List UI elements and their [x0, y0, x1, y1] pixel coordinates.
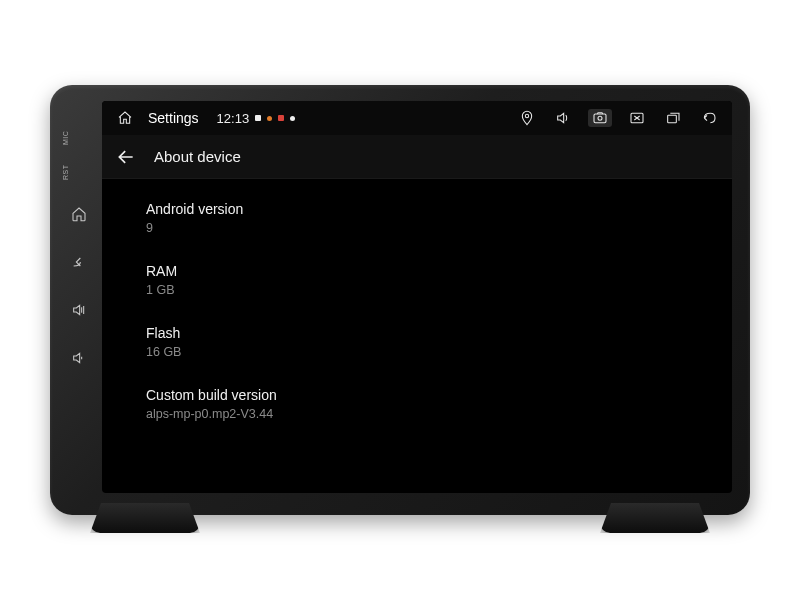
row-label: RAM — [146, 263, 712, 279]
hw-home-button[interactable] — [70, 205, 88, 223]
hw-back-button[interactable] — [70, 253, 88, 271]
back-button[interactable] — [116, 147, 136, 167]
page-header: About device — [102, 135, 732, 179]
clock: 12:13 — [217, 111, 250, 126]
about-row-build-version[interactable]: Custom build version alps-mp-p0.mp2-V3.4… — [146, 373, 732, 435]
recent-apps-icon[interactable] — [662, 109, 684, 127]
page-title: About device — [154, 148, 241, 165]
row-value: 1 GB — [146, 283, 712, 297]
screenshot-icon[interactable] — [588, 109, 612, 127]
row-label: Custom build version — [146, 387, 712, 403]
row-value: alps-mp-p0.mp2-V3.44 — [146, 407, 712, 421]
bezel-rst-label: RST — [62, 165, 69, 181]
statusbar-app-title: Settings — [148, 110, 199, 126]
device-mount-legs — [90, 503, 710, 533]
close-icon[interactable] — [626, 109, 648, 127]
hw-volume-up-button[interactable] — [70, 301, 88, 319]
hardware-side-buttons — [70, 205, 88, 367]
nav-back-icon[interactable] — [698, 109, 720, 127]
about-row-android-version[interactable]: Android version 9 — [146, 187, 732, 249]
indicator-icon — [255, 115, 261, 121]
row-value: 9 — [146, 221, 712, 235]
indicator-icon — [267, 116, 272, 121]
bezel-mic-label: MIC — [62, 131, 69, 145]
about-list: Android version 9 RAM 1 GB Flash 16 GB C… — [102, 179, 732, 493]
screen: Settings 12:13 About device — [102, 101, 732, 493]
about-row-ram[interactable]: RAM 1 GB — [146, 249, 732, 311]
location-icon[interactable] — [516, 109, 538, 127]
svg-rect-1 — [594, 114, 606, 123]
svg-rect-4 — [668, 115, 677, 122]
usb-indicator-icon — [278, 115, 284, 121]
hw-volume-down-button[interactable] — [70, 349, 88, 367]
volume-icon[interactable] — [552, 109, 574, 127]
indicator-icon — [290, 116, 295, 121]
row-label: Android version — [146, 201, 712, 217]
device-frame: MIC RST Settings 12:13 — [50, 85, 750, 515]
row-label: Flash — [146, 325, 712, 341]
home-icon[interactable] — [114, 109, 136, 127]
row-value: 16 GB — [146, 345, 712, 359]
svg-point-2 — [598, 116, 602, 120]
status-bar: Settings 12:13 — [102, 101, 732, 135]
about-row-flash[interactable]: Flash 16 GB — [146, 311, 732, 373]
svg-point-0 — [525, 114, 528, 117]
